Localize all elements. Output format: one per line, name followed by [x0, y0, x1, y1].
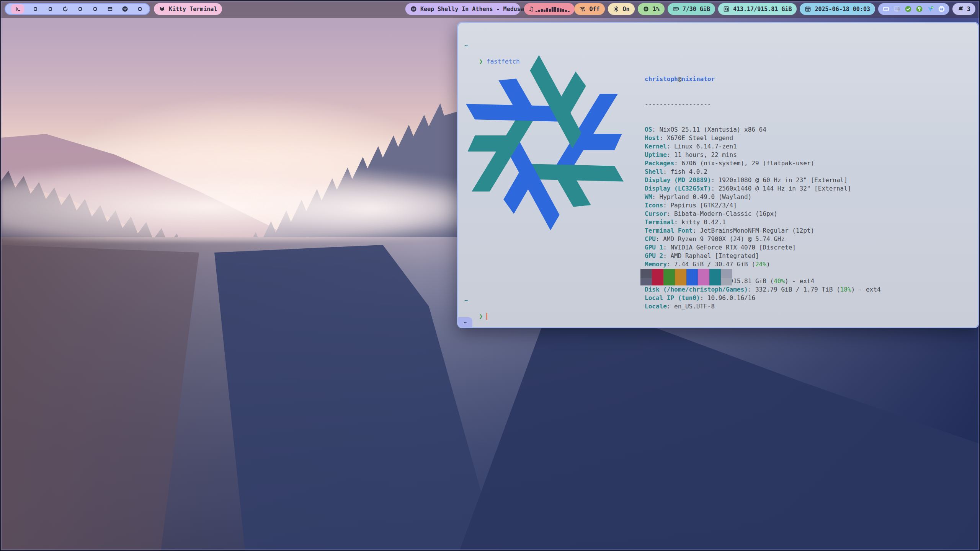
module-label: On: [623, 6, 630, 13]
visualizer-bar: [552, 7, 554, 12]
bar-right-group: 85%OffOn1%7/30 GiB413.17/915.81 GiB2025-…: [541, 3, 975, 15]
terminal-tab[interactable]: ~: [458, 317, 472, 327]
fetch-line: Kernel: Linux 6.14.7-zen1: [645, 142, 881, 151]
workspace-button-window[interactable]: [106, 5, 114, 13]
palette-swatch: [686, 269, 698, 278]
bar-center-group: Keep Shelly In Athens - Medusa ♫: [405, 3, 575, 15]
palette-swatch: [640, 278, 652, 285]
module-bluetooth[interactable]: On: [608, 3, 635, 15]
fastfetch-output: christoph@nixinator ------------------ O…: [645, 58, 881, 328]
spotify-light-icon[interactable]: [938, 5, 945, 13]
visualizer-bar: [549, 9, 551, 12]
vesktop-icon[interactable]: [927, 5, 934, 13]
terminal-color-palette: [640, 269, 732, 285]
module-label: 413.17/915.81 GiB: [733, 6, 792, 13]
fetch-line: Host: X670E Steel Legend: [645, 134, 881, 142]
fetch-line: Display (MD 20889): 1920x1080 @ 60 Hz in…: [645, 176, 881, 184]
key-circle-icon[interactable]: [916, 5, 923, 13]
visualizer-bar: [565, 10, 567, 12]
module-cpu[interactable]: 1%: [638, 3, 665, 15]
fetch-line: Terminal: kitty 0.42.1: [645, 218, 881, 227]
module-memory[interactable]: 7/30 GiB: [668, 3, 715, 15]
workspace-button-spotify-ws[interactable]: [121, 5, 129, 13]
workspace-button-square[interactable]: [46, 5, 54, 13]
palette-swatch: [698, 278, 709, 285]
module-clock[interactable]: 2025-06-18 00:03: [800, 3, 875, 15]
palette-swatch: [709, 278, 721, 285]
visualizer-bars: [536, 6, 570, 12]
nixos-logo: [457, 53, 635, 233]
module-network[interactable]: Off: [574, 3, 604, 15]
palette-swatch: [640, 269, 652, 278]
disk-icon: [723, 6, 730, 12]
kitty-terminal-window[interactable]: ~ ❯ fastfetch christoph@nixinator ------…: [457, 22, 979, 328]
palette-swatch: [686, 278, 698, 285]
visualizer-bar: [568, 11, 570, 12]
module-label: 7/30 GiB: [683, 6, 710, 13]
media-player-module[interactable]: Keep Shelly In Athens - Medusa: [405, 3, 520, 15]
palette-swatch: [709, 269, 721, 278]
visualizer-bar: [544, 10, 546, 12]
palette-swatch: [663, 278, 675, 285]
visualizer-bar: [560, 8, 562, 12]
status-bar: Kitty Terminal Keep Shelly In Athens - M…: [0, 0, 980, 18]
module-disk[interactable]: 413.17/915.81 GiB: [718, 3, 797, 15]
kitty-tab-bar: ~: [458, 317, 978, 327]
prompt-cwd: ~: [464, 297, 468, 304]
palette-swatch: [721, 278, 732, 285]
palette-swatch: [652, 269, 663, 278]
fetch-line: Locale: en_US.UTF-8: [645, 302, 881, 311]
fetch-line: Uptime: 11 hours, 22 mins: [645, 151, 881, 159]
fetch-line: Local IP (tun0): 10.96.0.16/16: [645, 294, 881, 302]
workspace-button-square[interactable]: [76, 5, 84, 13]
system-tray: [878, 3, 949, 15]
screen-lock-icon[interactable]: [893, 5, 901, 13]
module-label: 1%: [653, 6, 660, 13]
workspace-button-square[interactable]: [91, 5, 99, 13]
visualizer-bar: [546, 8, 548, 12]
notifications-module[interactable]: 3: [952, 3, 975, 15]
notification-count: 3: [967, 6, 970, 13]
workspace-button-terminal-prompt-active[interactable]: [11, 4, 24, 14]
palette-swatch: [698, 269, 709, 278]
fetch-line: Shell: fish 4.0.2: [645, 168, 881, 176]
visualizer-bar: [562, 9, 564, 12]
check-circle-icon[interactable]: [905, 5, 912, 13]
media-track-label: Keep Shelly In Athens - Medusa: [420, 6, 524, 13]
fetch-line: Cursor: Bibata-Modern-Classic (16px): [645, 210, 881, 218]
cpu-icon: [643, 6, 649, 12]
fetch-line: Display (LC32G5xT): 980x551 @ 144 Hz i…: [645, 184, 881, 193]
spotify-icon: [410, 6, 417, 12]
palette-swatch: [721, 269, 732, 278]
music-note-icon: ♫: [529, 6, 533, 12]
workspace-button-refresh[interactable]: [61, 5, 69, 13]
module-label: Off: [589, 6, 599, 13]
fetch-line: GPU 2: AMD Raphael [Integrated]: [645, 252, 881, 260]
workspace-button-square[interactable]: [31, 5, 39, 13]
active-window-title[interactable]: Kitty Terminal: [154, 3, 222, 15]
fetch-user-host: christoph@nixinator: [645, 75, 881, 83]
fetch-line: OS: NixOS 25.11 (Xantusia) x86_64: [645, 126, 881, 134]
visualizer-bar: [541, 9, 543, 12]
palette-swatch: [675, 278, 686, 285]
wallpaper-mist: [253, 180, 490, 237]
workspace-switcher: [5, 3, 150, 15]
prompt-cwd: ~: [464, 42, 468, 49]
audio-visualizer-module[interactable]: ♫: [524, 3, 575, 15]
fetch-line: Icons: Papirus [GTK2/3/4]: [645, 201, 881, 210]
visualizer-bar: [554, 7, 556, 12]
palette-swatch: [675, 269, 686, 278]
module-label: 2025-06-18 00:03: [815, 6, 870, 13]
fetch-line: GPU 1: NVIDIA GeForce RTX 4070 [Discrete…: [645, 243, 881, 252]
visualizer-bar: [536, 11, 537, 12]
bell-icon: [957, 6, 964, 12]
calendar-icon: [805, 6, 811, 12]
cat-icon: [159, 6, 165, 12]
fetch-line: Memory: 7.44 GiB / 30.47 GiB (24%): [645, 260, 881, 269]
workspace-button-square[interactable]: [136, 5, 144, 13]
fetch-line: WM: Hyprland 0.49.0 (Wayland): [645, 193, 881, 201]
keyboard-icon[interactable]: [882, 5, 890, 13]
window-title-label: Kitty Terminal: [169, 6, 217, 13]
visualizer-bar: [557, 8, 559, 12]
fetch-separator: ------------------: [645, 100, 881, 109]
